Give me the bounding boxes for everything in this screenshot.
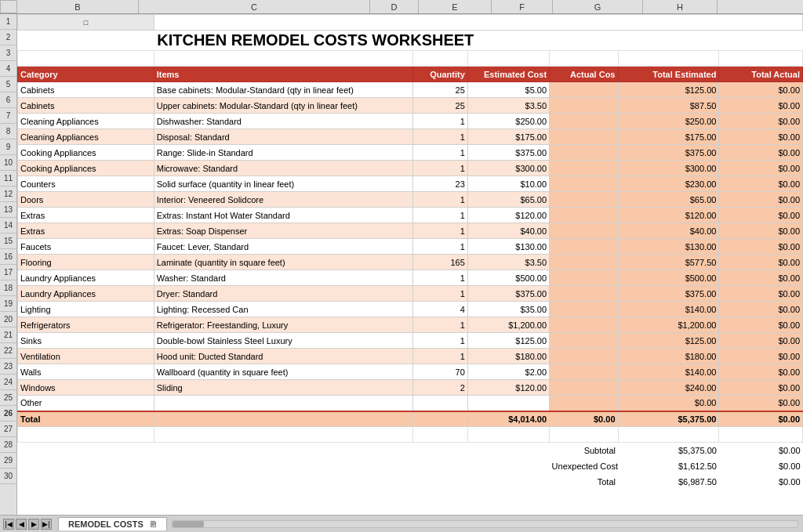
table-row: FaucetsFaucet: Lever, Standard1$130.00$1… xyxy=(18,239,803,255)
quantity-cell: 1 xyxy=(413,129,467,145)
worksheet-title: KITCHEN REMODEL COSTS WORKSHEET xyxy=(154,31,802,51)
summary-unexpected-row: Unexpected Costs - Add 30% $1,612.50 $0.… xyxy=(18,458,803,474)
category-cell: Walls xyxy=(18,364,154,380)
items-cell: Lighting: Recessed Can xyxy=(154,302,413,317)
row-num-10: 10 xyxy=(0,155,16,171)
total-estimated-cell: $250.00 xyxy=(618,114,719,129)
actual-cost-cell xyxy=(550,349,618,364)
items-cell: Laminate (quantity in square feet) xyxy=(154,255,413,270)
items-cell: Dryer: Standard xyxy=(154,286,413,302)
row-num-29: 29 xyxy=(0,453,16,469)
actual-cost-cell xyxy=(550,161,618,176)
items-cell: Base cabinets: Modular-Standard (qty in … xyxy=(154,82,413,98)
row-num-12: 12 xyxy=(0,186,16,202)
total-estimated-cell: $125.00 xyxy=(618,82,719,98)
actual-cost-cell xyxy=(550,82,618,98)
table-row: FlooringLaminate (quantity in square fee… xyxy=(18,255,803,270)
total-actual-cell: $0.00 xyxy=(719,82,803,98)
table-row: ExtrasExtras: Soap Dispenser1$40.00$40.0… xyxy=(18,223,803,239)
table-row: CabinetsUpper cabinets: Modular-Standard… xyxy=(18,98,803,114)
table-row: WindowsSliding2$120.00$240.00$0.00 xyxy=(18,380,803,396)
category-cell: Faucets xyxy=(18,239,154,255)
nav-first[interactable]: |◀ xyxy=(3,519,14,530)
row-num-3: 3 xyxy=(0,45,16,61)
header-items: Items xyxy=(154,67,413,82)
data-rows: CabinetsBase cabinets: Modular-Standard … xyxy=(18,82,803,411)
items-cell: Dishwasher: Standard xyxy=(154,114,413,129)
total-estimated-cell: $375.00 xyxy=(618,286,719,302)
sheet-tab[interactable]: REMODEL COSTS 🖹 xyxy=(58,517,167,530)
estimated-cost-cell: $180.00 xyxy=(467,349,549,364)
row-num-6: 6 xyxy=(0,92,16,108)
quantity-cell: 70 xyxy=(413,364,467,380)
nav-prev[interactable]: ◀ xyxy=(16,519,27,530)
subtotal-label: Subtotal xyxy=(550,443,618,458)
actual-cost-cell xyxy=(550,239,618,255)
items-cell: Disposal: Standard xyxy=(154,129,413,145)
table-row: LightingLighting: Recessed Can4$35.00$14… xyxy=(18,302,803,317)
quantity-cell: 165 xyxy=(413,255,467,270)
unexpected-estimated: $1,612.50 xyxy=(618,458,719,474)
estimated-cost-cell: $250.00 xyxy=(467,114,549,129)
total-estimated-cell: $1,200.00 xyxy=(618,317,719,333)
quantity-cell: 23 xyxy=(413,176,467,192)
col-header-b: B xyxy=(17,0,139,13)
unexpected-actual: $0.00 xyxy=(719,458,803,474)
estimated-cost-cell: $125.00 xyxy=(467,333,549,349)
row-num-26: 26 xyxy=(0,406,16,422)
total-estimated-cell: $230.00 xyxy=(618,176,719,192)
subtotal-estimated: $5,375.00 xyxy=(618,443,719,458)
actual-cost-cell xyxy=(550,223,618,239)
items-cell: Faucet: Lever, Standard xyxy=(154,239,413,255)
summary-total-label: Total xyxy=(550,474,618,490)
total-estimated-cell: $140.00 xyxy=(618,302,719,317)
table-row: SinksDouble-bowl Stainless Steel Luxury1… xyxy=(18,333,803,349)
total-actual-cell: $0.00 xyxy=(719,255,803,270)
actual-cost-cell xyxy=(550,176,618,192)
cell-a2 xyxy=(18,31,154,51)
actual-cost-cell xyxy=(550,333,618,349)
spreadsheet-table: □ KITCHEN REMODEL COSTS WORKSHEET xyxy=(17,14,803,490)
estimated-cost-cell: $130.00 xyxy=(467,239,549,255)
quantity-cell: 4 xyxy=(413,302,467,317)
actual-cost-cell xyxy=(550,145,618,161)
total-actual-cell: $0.00 xyxy=(719,145,803,161)
sheet-content: □ KITCHEN REMODEL COSTS WORKSHEET xyxy=(17,14,803,515)
actual-cost-cell xyxy=(550,129,618,145)
items-cell: Solid surface (quantity in linear feet) xyxy=(154,176,413,192)
actual-cost-cell xyxy=(550,286,618,302)
header-total-estimated: Total Estimated xyxy=(618,67,719,82)
total-label: Total xyxy=(18,411,154,427)
nav-last[interactable]: ▶| xyxy=(41,519,52,530)
category-cell: Cooking Appliances xyxy=(18,145,154,161)
row-num-13: 13 xyxy=(0,202,16,218)
actual-cost-cell xyxy=(550,192,618,208)
row-num-19: 19 xyxy=(0,296,16,312)
total-estimated-cost: $4,014.00 xyxy=(467,411,549,427)
category-cell: Cabinets xyxy=(18,82,154,98)
estimated-cost-cell: $2.00 xyxy=(467,364,549,380)
nav-next[interactable]: ▶ xyxy=(28,519,39,530)
row-num-16: 16 xyxy=(0,249,16,265)
total-actual-cell: $0.00 xyxy=(719,349,803,364)
total-estimated-cell: $500.00 xyxy=(618,270,719,286)
total-actual-cell: $0.00 xyxy=(719,192,803,208)
estimated-cost-cell: $65.00 xyxy=(467,192,549,208)
total-estimated-cell: $240.00 xyxy=(618,380,719,396)
total-actual-cell: $0.00 xyxy=(719,380,803,396)
quantity-cell: 1 xyxy=(413,114,467,129)
total-estimated-cell: $175.00 xyxy=(618,129,719,145)
estimated-cost-cell: $3.50 xyxy=(467,255,549,270)
row-num-18: 18 xyxy=(0,280,16,296)
col-header-c: C xyxy=(139,0,370,13)
header-actual-cost: Actual Cos xyxy=(550,67,618,82)
header-total-actual: Total Actual xyxy=(719,67,803,82)
row-num-22: 22 xyxy=(0,343,16,359)
quantity-cell: 1 xyxy=(413,239,467,255)
items-cell: Extras: Instant Hot Water Standard xyxy=(154,208,413,223)
total-actual-cell: $0.00 xyxy=(719,161,803,176)
estimated-cost-cell: $375.00 xyxy=(467,145,549,161)
sheet-body: 1 2 3 4 5 6 7 8 9 10 11 12 13 14 15 16 1… xyxy=(0,14,803,515)
total-actual-cell: $0.00 xyxy=(719,317,803,333)
items-cell: Range: Slide-in Standard xyxy=(154,145,413,161)
